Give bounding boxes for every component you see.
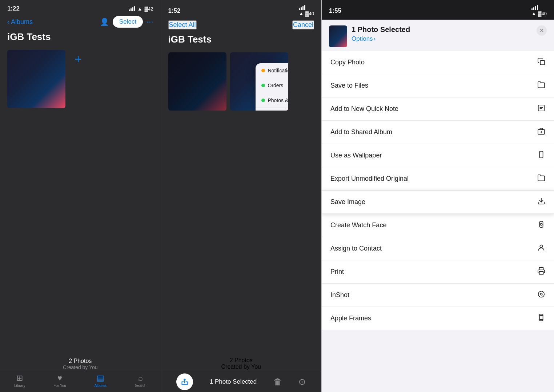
add-photo-button[interactable]: ＋ bbox=[69, 50, 87, 68]
svg-rect-0 bbox=[540, 60, 545, 65]
menu-item-orders[interactable]: Orders bbox=[256, 78, 288, 93]
top-actions-2: Select All Cancel bbox=[161, 19, 322, 33]
signal-icon-3 bbox=[531, 5, 547, 10]
menu-label-notifications: Notifications & sounds bbox=[268, 68, 288, 73]
select-button[interactable]: Select bbox=[113, 16, 143, 28]
tab-library-label: Library bbox=[14, 384, 25, 388]
copy-photo-label: Copy Photo bbox=[330, 59, 365, 66]
menu-item-photos[interactable]: Photos & media bbox=[256, 93, 288, 108]
action-save-image[interactable]: Save Image bbox=[322, 191, 554, 214]
assign-contact-icon bbox=[537, 244, 545, 253]
library-icon: ⊞ bbox=[16, 373, 23, 383]
svg-point-12 bbox=[540, 293, 542, 295]
page-title-2: iGB Tests bbox=[161, 33, 322, 49]
panel1-footer: 2 Photos Created by You bbox=[0, 358, 161, 370]
menu-item-notifications[interactable]: Notifications & sounds bbox=[256, 63, 288, 78]
photo-thumb-1[interactable] bbox=[7, 50, 65, 108]
albums-icon: ▤ bbox=[97, 373, 104, 383]
panel3-header: 1 Photo Selected Options › ✕ bbox=[322, 20, 554, 51]
action-print[interactable]: Print bbox=[322, 260, 554, 284]
popup-overlay bbox=[168, 52, 226, 111]
page-title-1: iGB Tests bbox=[0, 31, 161, 46]
action-add-shared-album[interactable]: Add to Shared Album bbox=[322, 121, 554, 144]
more-options-button[interactable]: ⊙ bbox=[298, 377, 306, 387]
status-bar-3: 1:55 ▲ ▓40 bbox=[322, 0, 554, 20]
action-assign-contact[interactable]: Assign to Contact bbox=[322, 237, 554, 260]
more-button[interactable]: ··· bbox=[146, 17, 153, 27]
svg-rect-5 bbox=[539, 151, 543, 158]
wifi-icon-3: ▲ bbox=[531, 11, 537, 16]
photo-thumb-2a[interactable] bbox=[168, 52, 226, 111]
action-use-wallpaper[interactable]: Use as Wallpaper bbox=[322, 144, 554, 167]
use-wallpaper-icon bbox=[537, 151, 545, 160]
signal-icon bbox=[129, 6, 135, 11]
action-inshot[interactable]: InShot bbox=[322, 284, 554, 307]
tab-for-you-label: For You bbox=[53, 384, 66, 388]
chevron-left-icon: ‹ bbox=[7, 18, 9, 26]
tab-library[interactable]: ⊞ Library bbox=[14, 373, 25, 388]
photo-grid-2: Notifications & sounds Orders Photos & m… bbox=[161, 49, 322, 114]
tab-albums[interactable]: ▤ Albums bbox=[95, 373, 107, 388]
person-icon[interactable]: 👤 bbox=[100, 17, 109, 26]
selected-count-label: 1 Photo Selected bbox=[210, 378, 257, 385]
battery-icon-2: ▓40 bbox=[305, 11, 314, 16]
create-watch-face-label: Create Watch Face bbox=[330, 221, 386, 229]
menu-label-photos: Photos & media bbox=[268, 97, 288, 103]
action-add-quick-note[interactable]: Add to New Quick Note bbox=[322, 97, 554, 121]
battery-icon: ▓42 bbox=[145, 6, 153, 12]
svg-point-9 bbox=[540, 245, 542, 248]
options-label: Options bbox=[352, 35, 373, 43]
svg-rect-10 bbox=[539, 272, 543, 274]
panel-3: 1:55 ▲ ▓40 1 Photo Selected Options › bbox=[321, 0, 554, 392]
time-2: 1:52 bbox=[168, 7, 181, 15]
save-image-icon bbox=[537, 197, 545, 207]
action-apple-frames[interactable]: Apple Frames bbox=[322, 307, 554, 330]
copy-photo-icon bbox=[537, 57, 545, 67]
back-label: Albums bbox=[11, 18, 33, 26]
save-image-label: Save Image bbox=[330, 198, 365, 206]
panel-1: 1:22 ▲ ▓42 ‹ Albums 👤 Select ··· iGB Tes… bbox=[0, 0, 161, 392]
save-files-icon bbox=[537, 81, 545, 91]
nav-actions: 👤 Select ··· bbox=[100, 16, 153, 28]
tab-search[interactable]: ⌕ Search bbox=[135, 373, 146, 388]
share-button[interactable] bbox=[176, 373, 193, 390]
add-shared-album-icon bbox=[537, 127, 545, 137]
menu-item-report[interactable]: Report a problem bbox=[256, 108, 288, 111]
search-icon: ⌕ bbox=[138, 373, 143, 383]
status-bar-1: 1:22 ▲ ▓42 bbox=[0, 0, 161, 15]
select-all-button[interactable]: Select All bbox=[168, 20, 197, 29]
inshot-icon bbox=[537, 290, 545, 300]
cancel-button[interactable]: Cancel bbox=[292, 20, 314, 29]
action-list: Copy Photo Save to Files Add to New Quic… bbox=[322, 51, 554, 392]
create-watch-face-icon bbox=[537, 220, 545, 230]
photos-sub-2: Created by You bbox=[161, 364, 322, 370]
add-shared-album-label: Add to Shared Album bbox=[330, 128, 392, 136]
menu-label-orders: Orders bbox=[268, 83, 284, 88]
close-button[interactable]: ✕ bbox=[537, 25, 547, 36]
tab-albums-label: Albums bbox=[95, 384, 107, 388]
photo-thumb-2b[interactable]: Notifications & sounds Orders Photos & m… bbox=[230, 52, 288, 111]
panel2-footer: 2 Photos Created by You bbox=[161, 357, 322, 370]
action-save-files[interactable]: Save to Files bbox=[322, 74, 554, 97]
add-quick-note-icon bbox=[537, 104, 545, 114]
signal-icon-2 bbox=[299, 5, 314, 10]
options-link[interactable]: Options › bbox=[352, 35, 410, 43]
status-icons-3: ▲ ▓40 bbox=[531, 5, 547, 17]
action-create-watch-face[interactable]: Create Watch Face bbox=[322, 214, 554, 237]
action-export-original[interactable]: Export Unmodified Original bbox=[322, 167, 554, 191]
back-button[interactable]: ‹ Albums bbox=[7, 18, 33, 26]
context-menu-popup: Notifications & sounds Orders Photos & m… bbox=[256, 63, 288, 111]
assign-contact-label: Assign to Contact bbox=[330, 245, 382, 252]
trash-button[interactable]: 🗑 bbox=[273, 377, 282, 387]
inshot-label: InShot bbox=[330, 291, 349, 299]
tab-for-you[interactable]: ♥ For You bbox=[53, 373, 66, 388]
action-copy-photo[interactable]: Copy Photo bbox=[322, 51, 554, 74]
chevron-right-icon: › bbox=[374, 35, 376, 43]
panel3-header-left: 1 Photo Selected Options › bbox=[329, 25, 410, 47]
apple-frames-icon bbox=[537, 313, 545, 323]
photo-image-1 bbox=[7, 50, 65, 108]
nav-bar-1: ‹ Albums 👤 Select ··· bbox=[0, 15, 161, 31]
status-icons-1: ▲ ▓42 bbox=[129, 6, 153, 12]
svg-point-11 bbox=[538, 291, 545, 297]
svg-rect-13 bbox=[539, 314, 543, 321]
